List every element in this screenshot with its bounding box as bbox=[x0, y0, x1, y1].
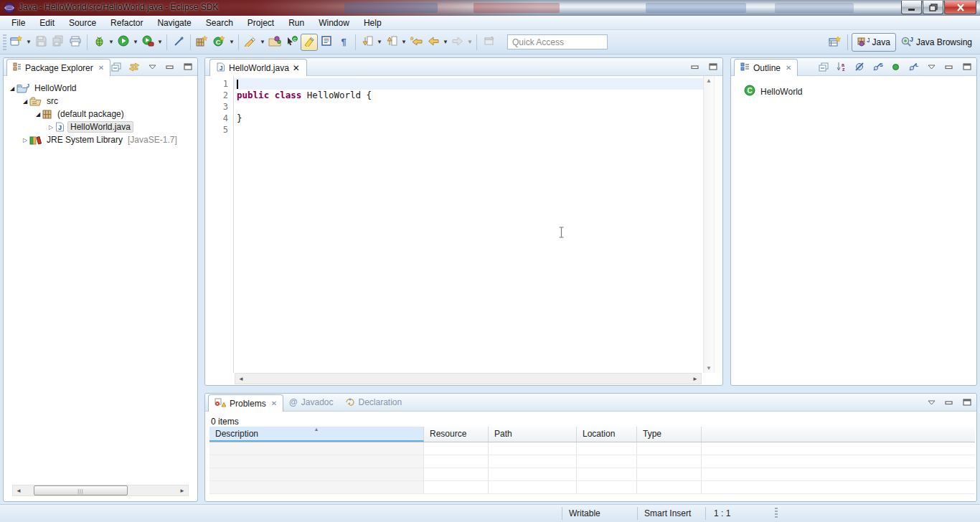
forward-dropdown[interactable]: ▼ bbox=[466, 34, 473, 51]
table-row[interactable] bbox=[209, 455, 975, 468]
editor-vscrollbar[interactable]: ▲ ▼ bbox=[703, 76, 714, 373]
menu-refactor[interactable]: Refactor bbox=[103, 16, 150, 29]
view-menu-icon[interactable] bbox=[925, 396, 938, 409]
tree-item-helloworld-java[interactable]: ▷ J HelloWorld.java bbox=[4, 120, 197, 133]
editor-hscrollbar[interactable]: ◄ ► bbox=[235, 373, 702, 384]
menu-project[interactable]: Project bbox=[240, 16, 281, 29]
new-task-dropdown[interactable]: ▼ bbox=[259, 34, 266, 51]
pin-editor-button[interactable] bbox=[480, 34, 497, 51]
menu-file[interactable]: File bbox=[4, 16, 32, 29]
scroll-right-icon[interactable]: ► bbox=[176, 485, 188, 495]
close-view-icon[interactable]: ✕ bbox=[98, 64, 104, 72]
minimize-window-button[interactable] bbox=[901, 1, 922, 14]
hide-fields-button[interactable] bbox=[853, 60, 866, 73]
back-dropdown[interactable]: ▼ bbox=[442, 34, 449, 51]
code-line-5[interactable] bbox=[234, 124, 703, 136]
run-button[interactable] bbox=[115, 34, 132, 51]
column-location[interactable]: Location bbox=[577, 427, 637, 442]
expand-arrow-icon[interactable]: ◢ bbox=[8, 85, 17, 92]
scroll-left-icon[interactable]: ◄ bbox=[13, 485, 24, 495]
save-button[interactable] bbox=[32, 34, 50, 51]
tree-item-jre-library[interactable]: ▷ JRE System Library [JavaSE-1.7] bbox=[4, 133, 197, 146]
tree-item-default-package[interactable]: ◢ (default package) bbox=[4, 108, 197, 120]
menu-edit[interactable]: Edit bbox=[32, 16, 62, 29]
hide-local-types-button[interactable]: L bbox=[907, 60, 920, 73]
save-all-button[interactable] bbox=[50, 34, 67, 51]
back-button[interactable] bbox=[425, 34, 442, 51]
hide-static-members-button[interactable]: S bbox=[871, 60, 884, 73]
new-java-class-dropdown[interactable]: ▼ bbox=[228, 34, 235, 51]
restore-window-button[interactable] bbox=[923, 1, 943, 14]
toggle-breadcrumb-button[interactable]: C bbox=[283, 34, 301, 51]
collapse-all-button[interactable] bbox=[817, 60, 830, 73]
collapse-arrow-icon[interactable]: ▷ bbox=[47, 124, 55, 130]
code-line-1[interactable] bbox=[234, 78, 703, 90]
collapse-arrow-icon[interactable]: ▷ bbox=[21, 137, 29, 143]
activate-task-button[interactable] bbox=[266, 34, 283, 51]
debug-button[interactable] bbox=[90, 34, 108, 51]
new-java-class-button[interactable]: C bbox=[211, 34, 228, 51]
forward-button[interactable] bbox=[449, 34, 466, 51]
code-line-2[interactable]: public class HelloWorld { bbox=[234, 90, 703, 101]
external-tools-button[interactable] bbox=[139, 34, 156, 51]
show-whitespace-button[interactable]: ¶ bbox=[335, 34, 352, 51]
collapse-all-button[interactable] bbox=[110, 60, 123, 73]
close-view-icon[interactable]: ✕ bbox=[271, 399, 277, 407]
maximize-view-icon[interactable] bbox=[182, 60, 194, 73]
outline-item-helloworld[interactable]: C HelloWorld bbox=[731, 76, 976, 98]
table-row[interactable] bbox=[209, 481, 975, 494]
new-wizard-dropdown[interactable]: ▼ bbox=[25, 34, 32, 51]
close-window-button[interactable] bbox=[944, 1, 976, 14]
column-type[interactable]: Type bbox=[637, 427, 702, 442]
new-task-button[interactable] bbox=[242, 34, 259, 51]
problems-tab[interactable]: Problems ✕ bbox=[208, 394, 283, 412]
menu-window[interactable]: Window bbox=[311, 16, 357, 29]
menu-search[interactable]: Search bbox=[199, 16, 240, 29]
minimize-view-icon[interactable] bbox=[689, 60, 702, 73]
expand-arrow-icon[interactable]: ◢ bbox=[34, 111, 42, 118]
view-menu-icon[interactable] bbox=[925, 60, 938, 73]
next-annotation-button[interactable] bbox=[359, 34, 376, 51]
table-row[interactable] bbox=[209, 442, 975, 455]
scroll-up-icon[interactable]: ▲ bbox=[706, 77, 712, 84]
menu-help[interactable]: Help bbox=[357, 16, 389, 29]
maximize-view-icon[interactable] bbox=[961, 60, 974, 73]
previous-annotation-dropdown[interactable]: ▼ bbox=[400, 34, 407, 51]
java-browsing-perspective-button[interactable]: J Java Browsing bbox=[896, 34, 977, 51]
expand-arrow-icon[interactable]: ◢ bbox=[21, 98, 29, 105]
next-annotation-dropdown[interactable]: ▼ bbox=[376, 34, 383, 51]
column-description[interactable]: ▲Description bbox=[209, 427, 424, 442]
scroll-thumb[interactable]: ||| bbox=[34, 485, 128, 495]
minimize-view-icon[interactable] bbox=[943, 396, 956, 409]
overview-ruler[interactable] bbox=[714, 76, 722, 373]
status-grip[interactable] bbox=[775, 508, 778, 519]
previous-annotation-button[interactable] bbox=[383, 34, 400, 51]
code-line-3[interactable] bbox=[234, 101, 703, 113]
tree-item-src[interactable]: ◢ src bbox=[4, 95, 197, 108]
crossed-pen-button[interactable] bbox=[170, 34, 187, 51]
minimize-view-icon[interactable] bbox=[164, 60, 176, 73]
maximize-view-icon[interactable] bbox=[961, 396, 974, 409]
scroll-track[interactable]: ||| bbox=[24, 485, 176, 495]
table-row[interactable] bbox=[209, 468, 975, 481]
editor-tab-helloworld[interactable]: J HelloWorld.java ✕ bbox=[209, 59, 307, 76]
minimize-view-icon[interactable] bbox=[943, 60, 956, 73]
sort-button[interactable]: az bbox=[835, 60, 848, 73]
run-dropdown[interactable]: ▼ bbox=[132, 34, 139, 51]
code-editor[interactable]: public class HelloWorld { } bbox=[234, 76, 703, 373]
quick-access-input[interactable] bbox=[507, 34, 608, 49]
menu-run[interactable]: Run bbox=[281, 16, 311, 29]
scroll-down-icon[interactable]: ▼ bbox=[706, 365, 712, 371]
hide-non-public-members-button[interactable] bbox=[889, 60, 902, 73]
view-menu-icon[interactable] bbox=[146, 60, 159, 73]
column-path[interactable]: Path bbox=[489, 427, 577, 442]
toolbar-grip[interactable] bbox=[3, 34, 6, 50]
close-editor-icon[interactable]: ✕ bbox=[293, 63, 300, 73]
java-perspective-button[interactable]: J Java bbox=[852, 33, 896, 52]
declaration-tab[interactable]: Declaration bbox=[339, 394, 407, 411]
link-with-editor-button[interactable] bbox=[128, 60, 141, 73]
code-line-4[interactable]: } bbox=[234, 113, 703, 124]
outline-tab[interactable]: Outline ✕ bbox=[734, 59, 798, 76]
menu-navigate[interactable]: Navigate bbox=[150, 16, 198, 29]
external-tools-dropdown[interactable]: ▼ bbox=[156, 34, 164, 51]
